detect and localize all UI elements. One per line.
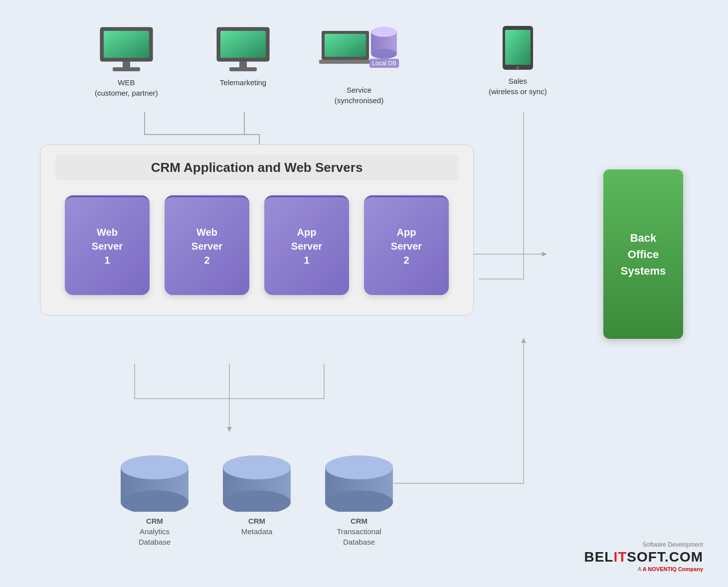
svg-point-19	[371, 27, 397, 37]
branding-sub: A A NOVENTIQ Company	[584, 566, 703, 572]
crm-title: CRM Application and Web Servers	[55, 155, 458, 180]
svg-rect-12	[229, 67, 257, 71]
logo-prefix: BEL	[584, 549, 613, 565]
web-server-1: WebServer1	[65, 195, 150, 295]
svg-rect-11	[239, 61, 247, 67]
diagram-container: WEB (customer, partner) Telemarketing	[0, 0, 728, 587]
db-metadata-label: CRM Metadata	[241, 516, 273, 537]
monitor-telemarketing-icon	[214, 25, 272, 72]
svg-rect-15	[319, 60, 376, 64]
client-web: WEB (customer, partner)	[95, 25, 158, 98]
db-transactional-label: CRM Transactional Database	[337, 516, 381, 547]
db-analytics-icon	[119, 454, 191, 512]
web-server-2: WebServer2	[165, 195, 249, 295]
back-office-label: Back Office Systems	[621, 230, 666, 279]
svg-rect-6	[104, 31, 149, 58]
logo-suffix: SOFT.COM	[627, 549, 703, 565]
client-sales: Sales (wireless or sync)	[489, 25, 547, 97]
db-crm-analytics: CRM Analytics Database	[119, 454, 191, 547]
svg-rect-21	[505, 30, 531, 65]
svg-point-26	[121, 455, 188, 479]
db-transactional-icon	[323, 454, 395, 512]
app-server-1: AppServer1	[264, 195, 349, 295]
local-db-icon: Local DB	[369, 25, 399, 68]
db-analytics-label: CRM Analytics Database	[139, 516, 171, 547]
svg-marker-4	[521, 338, 526, 343]
tablet-sales-icon	[502, 25, 534, 71]
app-server-2: AppServer2	[364, 195, 449, 295]
branding: Software Development BELITSOFT.COM A A N…	[584, 541, 703, 572]
branding-top-text: Software Development	[584, 541, 703, 548]
svg-marker-3	[227, 427, 232, 432]
svg-rect-14	[325, 34, 366, 57]
svg-rect-10	[220, 31, 266, 58]
db-crm-metadata: CRM Metadata	[221, 454, 293, 537]
client-telemarketing-label: Telemarketing	[220, 77, 266, 88]
logo-it: IT	[613, 549, 627, 565]
client-sales-label: Sales (wireless or sync)	[489, 76, 547, 97]
servers-row: WebServer1 WebServer2 AppServer1 AppServ…	[55, 195, 458, 295]
monitor-web-icon	[98, 25, 155, 72]
app-server-1-label: AppServer1	[291, 225, 322, 267]
crm-box: CRM Application and Web Servers WebServe…	[40, 145, 474, 315]
web-server-2-label: WebServer2	[191, 225, 222, 267]
local-db-label: Local DB	[369, 59, 399, 68]
db-crm-transactional: CRM Transactional Database	[323, 454, 395, 547]
svg-rect-8	[113, 67, 140, 71]
back-office-box: Back Office Systems	[603, 169, 683, 339]
svg-marker-2	[542, 252, 547, 257]
db-metadata-icon	[221, 454, 293, 512]
laptop-service-icon	[319, 30, 376, 72]
svg-point-18	[371, 49, 397, 59]
web-server-1-label: WebServer1	[92, 225, 123, 267]
client-service: Local DB Service (synchronised)	[319, 25, 399, 106]
svg-point-22	[516, 66, 519, 69]
svg-point-34	[325, 455, 393, 479]
client-telemarketing: Telemarketing	[214, 25, 272, 88]
svg-rect-7	[123, 61, 130, 67]
client-web-label: WEB (customer, partner)	[95, 77, 158, 98]
databases-row: CRM Analytics Database CRM	[40, 454, 474, 547]
svg-point-30	[223, 455, 291, 479]
branding-logo: BELITSOFT.COM	[584, 549, 703, 565]
app-server-2-label: AppServer2	[391, 225, 422, 267]
noventiq-text: A NOVENTIQ Company	[643, 566, 703, 572]
client-service-label: Service (synchronised)	[335, 85, 383, 106]
